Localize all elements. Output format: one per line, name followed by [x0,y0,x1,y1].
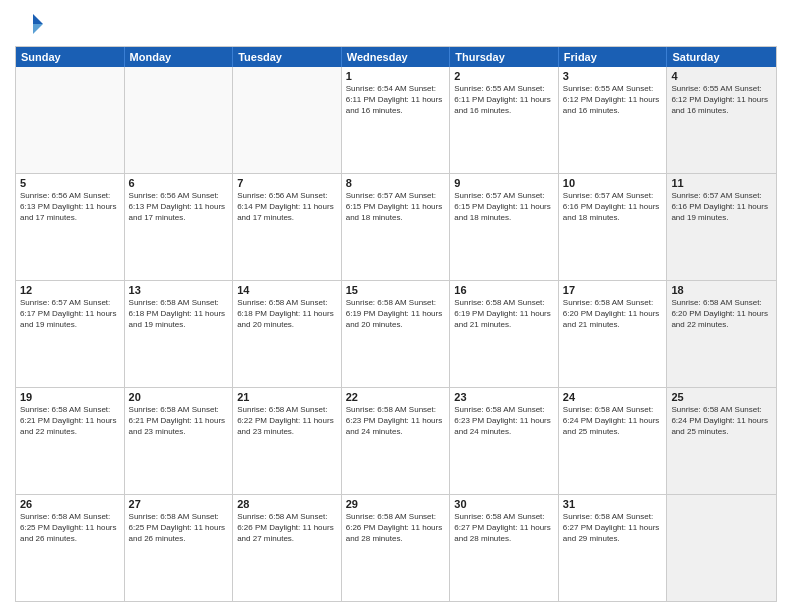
day-info: Sunrise: 6:58 AM Sunset: 6:24 PM Dayligh… [563,405,663,437]
day-number: 24 [563,391,663,403]
day-info: Sunrise: 6:54 AM Sunset: 6:11 PM Dayligh… [346,84,446,116]
calendar-row: 1Sunrise: 6:54 AM Sunset: 6:11 PM Daylig… [16,67,776,173]
day-info: Sunrise: 6:57 AM Sunset: 6:15 PM Dayligh… [346,191,446,223]
day-number: 30 [454,498,554,510]
calendar-cell: 16Sunrise: 6:58 AM Sunset: 6:19 PM Dayli… [450,281,559,387]
day-number: 3 [563,70,663,82]
day-number: 15 [346,284,446,296]
calendar-body: 1Sunrise: 6:54 AM Sunset: 6:11 PM Daylig… [16,67,776,601]
calendar-cell: 28Sunrise: 6:58 AM Sunset: 6:26 PM Dayli… [233,495,342,601]
day-number: 22 [346,391,446,403]
day-info: Sunrise: 6:58 AM Sunset: 6:27 PM Dayligh… [563,512,663,544]
day-info: Sunrise: 6:58 AM Sunset: 6:26 PM Dayligh… [346,512,446,544]
day-info: Sunrise: 6:58 AM Sunset: 6:25 PM Dayligh… [129,512,229,544]
weekday-header: Tuesday [233,47,342,67]
calendar-cell: 22Sunrise: 6:58 AM Sunset: 6:23 PM Dayli… [342,388,451,494]
day-number: 28 [237,498,337,510]
calendar-row: 19Sunrise: 6:58 AM Sunset: 6:21 PM Dayli… [16,387,776,494]
day-number: 11 [671,177,772,189]
calendar-cell: 11Sunrise: 6:57 AM Sunset: 6:16 PM Dayli… [667,174,776,280]
day-info: Sunrise: 6:58 AM Sunset: 6:24 PM Dayligh… [671,405,772,437]
day-number: 21 [237,391,337,403]
svg-marker-1 [33,24,43,34]
day-number: 14 [237,284,337,296]
calendar-cell [667,495,776,601]
day-number: 27 [129,498,229,510]
calendar-cell: 9Sunrise: 6:57 AM Sunset: 6:15 PM Daylig… [450,174,559,280]
day-number: 7 [237,177,337,189]
calendar-cell: 15Sunrise: 6:58 AM Sunset: 6:19 PM Dayli… [342,281,451,387]
day-number: 5 [20,177,120,189]
calendar-cell: 13Sunrise: 6:58 AM Sunset: 6:18 PM Dayli… [125,281,234,387]
calendar-cell: 20Sunrise: 6:58 AM Sunset: 6:21 PM Dayli… [125,388,234,494]
calendar-cell: 26Sunrise: 6:58 AM Sunset: 6:25 PM Dayli… [16,495,125,601]
calendar-cell: 10Sunrise: 6:57 AM Sunset: 6:16 PM Dayli… [559,174,668,280]
day-info: Sunrise: 6:57 AM Sunset: 6:17 PM Dayligh… [20,298,120,330]
day-info: Sunrise: 6:58 AM Sunset: 6:23 PM Dayligh… [454,405,554,437]
calendar-cell [233,67,342,173]
calendar: SundayMondayTuesdayWednesdayThursdayFrid… [15,46,777,602]
day-info: Sunrise: 6:58 AM Sunset: 6:19 PM Dayligh… [454,298,554,330]
calendar-cell [16,67,125,173]
day-info: Sunrise: 6:58 AM Sunset: 6:26 PM Dayligh… [237,512,337,544]
day-info: Sunrise: 6:55 AM Sunset: 6:12 PM Dayligh… [563,84,663,116]
weekday-header: Saturday [667,47,776,67]
calendar-cell: 18Sunrise: 6:58 AM Sunset: 6:20 PM Dayli… [667,281,776,387]
day-number: 9 [454,177,554,189]
calendar-cell: 4Sunrise: 6:55 AM Sunset: 6:12 PM Daylig… [667,67,776,173]
weekday-header: Thursday [450,47,559,67]
calendar-cell: 6Sunrise: 6:56 AM Sunset: 6:13 PM Daylig… [125,174,234,280]
day-number: 20 [129,391,229,403]
day-number: 31 [563,498,663,510]
day-number: 19 [20,391,120,403]
calendar-cell: 8Sunrise: 6:57 AM Sunset: 6:15 PM Daylig… [342,174,451,280]
day-info: Sunrise: 6:58 AM Sunset: 6:20 PM Dayligh… [563,298,663,330]
day-info: Sunrise: 6:58 AM Sunset: 6:21 PM Dayligh… [129,405,229,437]
day-info: Sunrise: 6:56 AM Sunset: 6:13 PM Dayligh… [20,191,120,223]
calendar-cell [125,67,234,173]
day-info: Sunrise: 6:58 AM Sunset: 6:18 PM Dayligh… [129,298,229,330]
day-info: Sunrise: 6:56 AM Sunset: 6:13 PM Dayligh… [129,191,229,223]
calendar-cell: 17Sunrise: 6:58 AM Sunset: 6:20 PM Dayli… [559,281,668,387]
day-info: Sunrise: 6:58 AM Sunset: 6:19 PM Dayligh… [346,298,446,330]
day-info: Sunrise: 6:58 AM Sunset: 6:18 PM Dayligh… [237,298,337,330]
calendar-row: 5Sunrise: 6:56 AM Sunset: 6:13 PM Daylig… [16,173,776,280]
weekday-header: Sunday [16,47,125,67]
day-info: Sunrise: 6:56 AM Sunset: 6:14 PM Dayligh… [237,191,337,223]
calendar-cell: 2Sunrise: 6:55 AM Sunset: 6:11 PM Daylig… [450,67,559,173]
day-number: 16 [454,284,554,296]
day-number: 2 [454,70,554,82]
day-number: 12 [20,284,120,296]
calendar-cell: 31Sunrise: 6:58 AM Sunset: 6:27 PM Dayli… [559,495,668,601]
day-number: 18 [671,284,772,296]
day-number: 23 [454,391,554,403]
day-info: Sunrise: 6:57 AM Sunset: 6:16 PM Dayligh… [671,191,772,223]
calendar-cell: 5Sunrise: 6:56 AM Sunset: 6:13 PM Daylig… [16,174,125,280]
day-number: 8 [346,177,446,189]
calendar-cell: 30Sunrise: 6:58 AM Sunset: 6:27 PM Dayli… [450,495,559,601]
day-info: Sunrise: 6:58 AM Sunset: 6:22 PM Dayligh… [237,405,337,437]
day-number: 17 [563,284,663,296]
calendar-cell: 12Sunrise: 6:57 AM Sunset: 6:17 PM Dayli… [16,281,125,387]
day-info: Sunrise: 6:58 AM Sunset: 6:21 PM Dayligh… [20,405,120,437]
day-number: 4 [671,70,772,82]
day-number: 13 [129,284,229,296]
calendar-cell: 27Sunrise: 6:58 AM Sunset: 6:25 PM Dayli… [125,495,234,601]
calendar-row: 26Sunrise: 6:58 AM Sunset: 6:25 PM Dayli… [16,494,776,601]
calendar-cell: 3Sunrise: 6:55 AM Sunset: 6:12 PM Daylig… [559,67,668,173]
calendar-cell: 1Sunrise: 6:54 AM Sunset: 6:11 PM Daylig… [342,67,451,173]
calendar-cell: 23Sunrise: 6:58 AM Sunset: 6:23 PM Dayli… [450,388,559,494]
day-number: 29 [346,498,446,510]
weekday-header: Monday [125,47,234,67]
calendar-cell: 21Sunrise: 6:58 AM Sunset: 6:22 PM Dayli… [233,388,342,494]
day-info: Sunrise: 6:58 AM Sunset: 6:25 PM Dayligh… [20,512,120,544]
calendar-cell: 29Sunrise: 6:58 AM Sunset: 6:26 PM Dayli… [342,495,451,601]
day-info: Sunrise: 6:55 AM Sunset: 6:11 PM Dayligh… [454,84,554,116]
header [15,10,777,40]
calendar-cell: 24Sunrise: 6:58 AM Sunset: 6:24 PM Dayli… [559,388,668,494]
day-info: Sunrise: 6:58 AM Sunset: 6:23 PM Dayligh… [346,405,446,437]
day-info: Sunrise: 6:58 AM Sunset: 6:27 PM Dayligh… [454,512,554,544]
calendar-cell: 25Sunrise: 6:58 AM Sunset: 6:24 PM Dayli… [667,388,776,494]
weekday-header: Friday [559,47,668,67]
day-info: Sunrise: 6:58 AM Sunset: 6:20 PM Dayligh… [671,298,772,330]
